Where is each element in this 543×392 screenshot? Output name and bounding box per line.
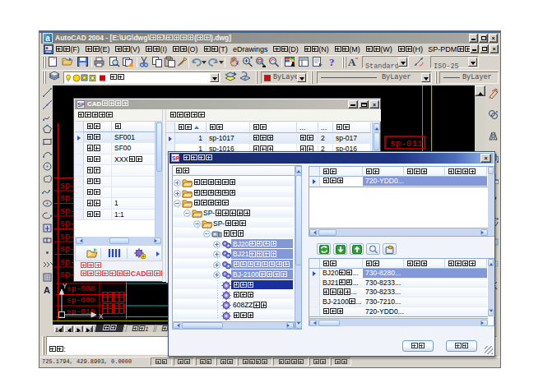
svg-text:A: A (44, 285, 50, 295)
svg-text:sp-008: sp-008 (67, 284, 95, 293)
svg-text:X: X (99, 313, 104, 321)
svg-text:sp-009: sp-009 (67, 296, 95, 305)
svg-text:sp-011: sp-011 (390, 139, 423, 149)
svg-text:?: ? (329, 56, 335, 67)
svg-text:A: A (348, 56, 356, 67)
svg-text:Y: Y (63, 283, 67, 291)
